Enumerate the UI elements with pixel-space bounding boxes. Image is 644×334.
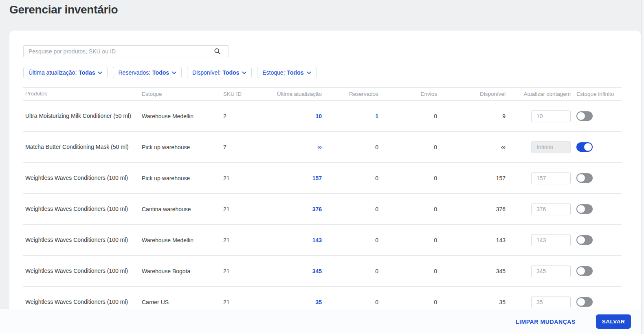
- update-count-cell: [507, 141, 571, 153]
- shipments-value: 0: [380, 299, 440, 305]
- last-update-link[interactable]: 10: [315, 113, 322, 119]
- stock-location: Warehouse Medellin: [140, 113, 221, 119]
- filter-label: Estoque:: [262, 69, 285, 76]
- infinite-stock-toggle[interactable]: [576, 204, 593, 214]
- table-row: Ultra Moisturizing Milk Conditioner (50 …: [23, 101, 622, 132]
- column-header-reserved: Reservados: [326, 91, 380, 97]
- filter-reserved[interactable]: Reservados: Todos: [113, 67, 182, 78]
- update-count-cell: [507, 265, 571, 277]
- product-name: Weightless Waves Conditioners (100 ml): [23, 267, 140, 275]
- stock-location: Warehouse Medellin: [140, 237, 221, 243]
- save-button[interactable]: SALVAR: [596, 314, 631, 329]
- available-value: 143: [440, 237, 507, 243]
- infinite-stock-cell: [571, 173, 622, 183]
- reserved-value: 0: [326, 206, 380, 212]
- last-update-link[interactable]: ∞: [317, 144, 322, 150]
- infinite-stock-toggle[interactable]: [576, 235, 593, 245]
- toggle-knob: [577, 298, 585, 306]
- page-title: Gerenciar inventário: [9, 3, 118, 16]
- column-header-sku-id: SKU ID: [221, 91, 264, 97]
- last-update-link[interactable]: 157: [312, 175, 322, 181]
- infinite-stock-toggle[interactable]: [576, 142, 593, 152]
- table-row: Weightless Waves Conditioners (100 ml)Pi…: [23, 163, 622, 194]
- filter-value: Todos: [222, 69, 239, 76]
- available-value: 9: [440, 113, 507, 119]
- update-count-cell: [507, 296, 571, 308]
- infinite-stock-cell: [571, 142, 622, 152]
- shipments-value: 0: [380, 206, 440, 212]
- product-name: Weightless Waves Conditioners (100 ml): [23, 298, 140, 306]
- shipments-value: 0: [380, 113, 440, 119]
- product-name: Ultra Moisturizing Milk Conditioner (50 …: [23, 112, 140, 120]
- available-value: 157: [440, 175, 507, 181]
- filter-bar: Última atualização: Todas Reservados: To…: [23, 67, 641, 78]
- search-icon: [214, 48, 221, 55]
- update-count-input[interactable]: [531, 110, 571, 122]
- scrollbar[interactable]: [641, 0, 644, 334]
- reserved-value: 0: [326, 299, 380, 305]
- update-count-input[interactable]: [531, 234, 571, 246]
- shipments-value: 0: [380, 268, 440, 274]
- search-button[interactable]: [206, 45, 229, 57]
- filter-label: Reservados:: [118, 69, 150, 76]
- chevron-down-icon: [307, 71, 311, 74]
- toggle-knob: [577, 205, 585, 213]
- available-value: 376: [440, 206, 507, 212]
- table-body: Ultra Moisturizing Milk Conditioner (50 …: [23, 101, 622, 318]
- reserved-value: 0: [326, 175, 380, 181]
- inventory-table: ProdutosEstoqueSKU IDÚltima atualizaçãoR…: [23, 87, 622, 318]
- product-name: Weightless Waves Conditioners (100 ml): [23, 236, 140, 244]
- shipments-value: 0: [380, 144, 440, 150]
- last-update-link[interactable]: 143: [312, 237, 322, 243]
- sku-id: 21: [221, 268, 264, 274]
- filter-label: Última atualização:: [29, 69, 77, 76]
- filter-available[interactable]: Disponível: Todos: [187, 67, 252, 78]
- shipments-value: 0: [380, 175, 440, 181]
- table-header: ProdutosEstoqueSKU IDÚltima atualizaçãoR…: [23, 87, 622, 101]
- infinite-stock-toggle[interactable]: [576, 297, 593, 307]
- toggle-knob: [584, 143, 592, 151]
- last-update-cell: ∞: [264, 144, 326, 150]
- column-header-last-update: Última atualização: [264, 91, 326, 97]
- stock-location: Pick up warehouse: [140, 144, 221, 150]
- chevron-down-icon: [242, 71, 246, 74]
- column-header-products: Produtos: [23, 90, 140, 97]
- toggle-knob: [577, 112, 585, 120]
- update-count-input[interactable]: [531, 172, 571, 184]
- table-row: Weightless Waves Conditioners (100 ml)Wa…: [23, 256, 622, 287]
- reserved-value: 0: [326, 144, 380, 150]
- sku-id: 21: [221, 175, 264, 181]
- infinite-stock-toggle[interactable]: [576, 266, 593, 276]
- infinite-stock-cell: [571, 297, 622, 307]
- shipments-value: 0: [380, 237, 440, 243]
- reserved-link[interactable]: 1: [375, 113, 378, 119]
- sku-id: 7: [221, 144, 264, 150]
- last-update-cell: 376: [264, 206, 326, 212]
- infinite-stock-cell: [571, 204, 622, 214]
- clear-changes-button[interactable]: LIMPAR MUDANÇAS: [516, 319, 576, 325]
- sku-id: 21: [221, 237, 264, 243]
- filter-last-update[interactable]: Última atualização: Todas: [23, 67, 108, 78]
- infinite-stock-cell: [571, 235, 622, 245]
- infinite-stock-toggle[interactable]: [576, 173, 593, 183]
- search-input[interactable]: [23, 45, 206, 57]
- last-update-link[interactable]: 35: [315, 299, 322, 305]
- toggle-knob: [577, 236, 585, 244]
- filter-label: Disponível:: [192, 69, 220, 76]
- column-header-shipments: Envios: [380, 91, 440, 97]
- reserved-value: 1: [326, 113, 380, 119]
- column-header-infinite-stock: Estoque infinito: [571, 91, 622, 97]
- sku-id: 2: [221, 113, 264, 119]
- infinity-symbol: ∞: [501, 144, 506, 150]
- last-update-link[interactable]: 376: [312, 206, 322, 212]
- last-update-cell: 10: [264, 113, 326, 119]
- update-count-input[interactable]: [531, 265, 571, 277]
- last-update-link[interactable]: 345: [312, 268, 322, 274]
- update-count-input[interactable]: [531, 203, 571, 215]
- chevron-down-icon: [98, 71, 102, 74]
- filter-stock[interactable]: Estoque: Todos: [257, 67, 316, 78]
- infinite-stock-toggle[interactable]: [576, 111, 593, 121]
- toggle-knob: [577, 267, 585, 275]
- table-row: Matcha Butter Conditioning Mask (50 ml)P…: [23, 132, 622, 163]
- update-count-input[interactable]: [531, 296, 571, 308]
